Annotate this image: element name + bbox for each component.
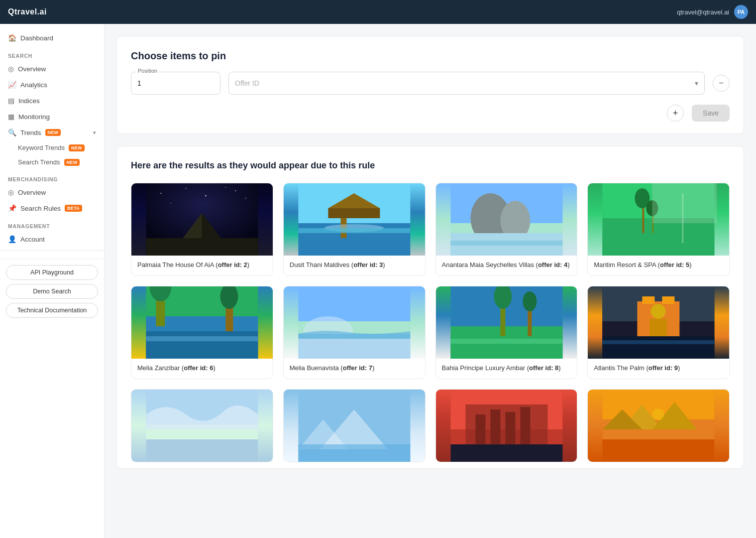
account-icon: 👤 xyxy=(8,235,16,243)
svg-rect-76 xyxy=(505,412,515,444)
user-email: qtravel@qtravel.ai xyxy=(677,8,729,16)
svg-rect-41 xyxy=(298,286,410,321)
sidebar-item-dashboard[interactable]: 🏠 Dashboard xyxy=(0,30,104,46)
svg-rect-15 xyxy=(328,208,380,218)
svg-point-85 xyxy=(652,408,664,420)
svg-rect-84 xyxy=(603,439,715,462)
svg-rect-10 xyxy=(146,238,258,256)
sidebar-bottom-buttons: API Playground Demo Search Technical Doc… xyxy=(0,259,104,322)
indices-icon: ▤ xyxy=(8,97,14,105)
keyword-trends-label: Keyword Trends xyxy=(18,144,65,151)
result-card-body-5: Melia Zanzibar (offer id: 6) xyxy=(131,359,273,379)
result-card-image-3 xyxy=(436,183,577,256)
keyword-trends-badge: NEW xyxy=(69,144,85,151)
svg-point-1 xyxy=(160,193,161,194)
svg-rect-70 xyxy=(298,444,410,462)
sidebar-divider xyxy=(0,250,104,251)
sidebar-item-overview[interactable]: ◎ Overview xyxy=(0,61,104,77)
result-card-name-2: Dusit Thani Maldives (offer id: 3) xyxy=(290,261,419,269)
result-card-image-5 xyxy=(131,286,273,359)
result-card-image-7 xyxy=(436,286,577,359)
merchandising-section-label: MERCHANDISING xyxy=(0,169,104,184)
analytics-icon: 📈 xyxy=(8,81,16,89)
svg-rect-45 xyxy=(298,339,410,359)
svg-rect-78 xyxy=(450,444,562,462)
result-card-image-10 xyxy=(284,390,425,462)
result-card-3: Anantara Maia Seychelles Villas (offer i… xyxy=(435,183,578,276)
avatar: PA xyxy=(734,5,748,19)
sidebar-item-account[interactable]: 👤 Account xyxy=(0,231,104,247)
result-card-name-4: Maritim Resort & SPA (offer id: 5) xyxy=(594,261,723,269)
demo-search-button[interactable]: Demo Search xyxy=(6,284,98,299)
result-card-7: Bahia Principe Luxury Ambar (offer id: 8… xyxy=(435,286,578,379)
result-card-body-8: Atlantis The Palm (offer id: 9) xyxy=(588,359,729,379)
result-card-10 xyxy=(283,389,426,462)
result-card-image-4 xyxy=(588,183,729,256)
results-title: Here are the results as they would appea… xyxy=(131,160,730,171)
pin-card: Choose items to pin Position Offer ID ▾ … xyxy=(116,36,744,134)
chevron-down-icon: ▾ xyxy=(93,130,96,136)
sidebar-overview-label: Overview xyxy=(18,65,46,73)
pin-icon: 📌 xyxy=(8,204,16,212)
result-card-body-3: Anantara Maia Seychelles Villas (offer i… xyxy=(436,256,577,275)
search-rules-badge: BETA xyxy=(65,205,82,212)
result-card-6: Melia Buenavista (offer id: 7) xyxy=(283,286,426,379)
trends-icon: 🔍 xyxy=(8,129,16,136)
trends-badge: NEW xyxy=(45,129,61,136)
result-card-11 xyxy=(435,389,578,462)
svg-point-60 xyxy=(651,304,666,319)
result-card-12 xyxy=(587,389,730,462)
result-card-image-12 xyxy=(588,390,729,462)
svg-rect-74 xyxy=(475,414,485,444)
position-label: Position xyxy=(136,68,159,74)
result-card-8: Atlantis The Palm (offer id: 9) xyxy=(587,286,730,379)
sidebar-search-rules-label: Search Rules xyxy=(20,205,61,212)
sidebar-indices-label: Indices xyxy=(18,97,40,105)
offer-id-select[interactable]: Offer ID xyxy=(229,72,704,94)
app-logo: Qtravel.ai xyxy=(8,7,47,16)
svg-point-7 xyxy=(235,190,236,191)
svg-point-3 xyxy=(205,195,206,196)
sidebar-item-indices[interactable]: ▤ Indices xyxy=(0,93,104,109)
sidebar-item-merch-overview[interactable]: ◎ Overview xyxy=(0,184,104,200)
sidebar-item-search-trends[interactable]: Search Trends NEW xyxy=(0,155,104,169)
sidebar-item-search-rules[interactable]: 📌 Search Rules BETA xyxy=(0,200,104,216)
result-card-name-5: Melia Zanzibar (offer id: 6) xyxy=(137,364,267,373)
sidebar-merch-overview-label: Overview xyxy=(18,189,46,196)
save-button[interactable]: Save xyxy=(692,105,730,122)
svg-rect-58 xyxy=(643,296,655,304)
home-icon: 🏠 xyxy=(8,34,16,42)
svg-rect-40 xyxy=(146,336,258,341)
results-grid: Palmaia The House Of AiA (offer id: 2) xyxy=(131,183,730,379)
result-card-image-9 xyxy=(131,390,273,462)
result-card-body-7: Bahia Principe Luxury Ambar (offer id: 8… xyxy=(436,359,577,379)
position-input[interactable] xyxy=(131,72,220,94)
result-card-name-8: Atlantis The Palm (offer id: 9) xyxy=(594,364,723,373)
result-card-4: Maritim Resort & SPA (offer id: 5) xyxy=(587,183,730,276)
overview-icon: ◎ xyxy=(8,65,14,73)
result-card-body-2: Dusit Thani Maldives (offer id: 3) xyxy=(284,256,425,275)
result-card-2: Dusit Thani Maldives (offer id: 3) xyxy=(283,183,426,276)
sidebar-item-analytics[interactable]: 📈 Analytics xyxy=(0,77,104,93)
sidebar: 🏠 Dashboard SEARCH ◎ Overview 📈 Analytic… xyxy=(0,24,105,538)
sidebar-item-keyword-trends[interactable]: Keyword Trends NEW xyxy=(0,140,104,155)
position-field: Position xyxy=(131,72,220,95)
sidebar-analytics-label: Analytics xyxy=(20,81,47,89)
svg-rect-75 xyxy=(490,409,500,444)
merch-overview-icon: ◎ xyxy=(8,188,14,196)
svg-rect-17 xyxy=(298,228,410,233)
technical-docs-button[interactable]: Technical Documentation xyxy=(6,303,98,318)
sidebar-item-trends[interactable]: 🔍 Trends NEW ▾ xyxy=(0,125,104,140)
remove-pin-button[interactable]: − xyxy=(713,75,730,92)
add-pin-button[interactable]: + xyxy=(667,105,684,122)
search-section-label: SEARCH xyxy=(0,46,104,61)
result-card-body-6: Melia Buenavista (offer id: 7) xyxy=(284,359,425,379)
svg-rect-61 xyxy=(650,319,667,336)
top-header: Qtravel.ai qtravel@qtravel.ai PA xyxy=(0,0,756,24)
sidebar-item-monitoring[interactable]: ▦ Monitoring xyxy=(0,109,104,125)
api-playground-button[interactable]: API Playground xyxy=(6,265,98,280)
result-card-9 xyxy=(131,389,273,462)
svg-rect-30 xyxy=(603,233,715,256)
search-trends-label: Search Trends xyxy=(18,158,60,166)
svg-rect-23 xyxy=(450,241,562,246)
